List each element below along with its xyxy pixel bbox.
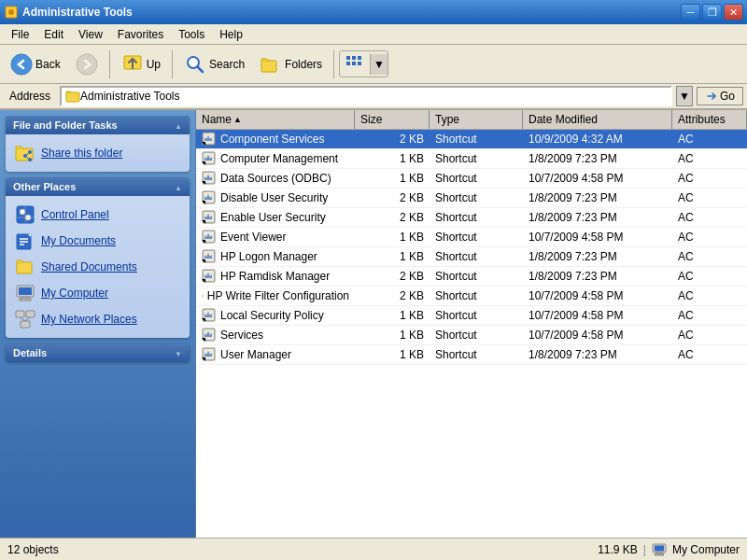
- file-rows-container: Component Services 2 KB Shortcut 10/9/20…: [196, 130, 747, 365]
- file-folder-tasks-header[interactable]: File and Folder Tasks: [6, 116, 190, 134]
- table-row[interactable]: Data Sources (ODBC) 1 KB Shortcut 10/7/2…: [196, 169, 747, 189]
- file-type-cell: Shortcut: [430, 228, 523, 246]
- other-places-header[interactable]: Other Places: [6, 177, 190, 196]
- view-icon: [345, 55, 364, 70]
- table-row[interactable]: Component Services 2 KB Shortcut 10/9/20…: [196, 130, 747, 149]
- file-name-cell: Data Sources (ODBC): [196, 169, 355, 188]
- svg-rect-33: [19, 287, 32, 295]
- svg-point-18: [23, 154, 27, 158]
- shortcut-icon: [202, 151, 217, 166]
- file-name: Services: [220, 329, 263, 342]
- col-type-label: Type: [435, 113, 459, 126]
- table-row[interactable]: HP Logon Manager 1 KB Shortcut 1/8/2009 …: [196, 247, 747, 267]
- menu-help[interactable]: Help: [212, 26, 250, 43]
- minimize-button[interactable]: ─: [681, 4, 700, 21]
- sidebar-item-share-folder[interactable]: Share this folder: [13, 140, 182, 166]
- window-icon: [4, 5, 19, 20]
- computer-icon: [15, 283, 35, 303]
- file-date-cell: 1/8/2009 7:23 PM: [523, 267, 672, 286]
- go-button[interactable]: Go: [697, 87, 743, 105]
- forward-icon: [76, 53, 98, 76]
- file-type-cell: Shortcut: [430, 306, 523, 325]
- file-attr-cell: AC: [672, 247, 747, 266]
- menu-tools[interactable]: Tools: [171, 26, 212, 43]
- table-row[interactable]: Services 1 KB Shortcut 10/7/2009 4:58 PM…: [196, 326, 747, 345]
- svg-rect-10: [352, 56, 356, 60]
- file-list[interactable]: Name ▲ Size Type Date Modified Attribute…: [196, 110, 747, 538]
- forward-button[interactable]: [69, 49, 105, 79]
- shortcut-icon: [202, 308, 217, 323]
- file-name-cell: Local Security Policy: [196, 306, 355, 325]
- col-name-header[interactable]: Name ▲: [196, 110, 355, 129]
- table-row[interactable]: Disable User Security 2 KB Shortcut 1/8/…: [196, 189, 747, 208]
- menu-edit[interactable]: Edit: [36, 26, 71, 43]
- menu-favorites[interactable]: Favorites: [110, 26, 171, 43]
- file-date-cell: 1/8/2009 7:23 PM: [523, 149, 672, 168]
- up-button[interactable]: Up: [115, 49, 167, 79]
- menu-file[interactable]: File: [4, 26, 36, 43]
- file-name-cell: User Manager: [196, 345, 355, 364]
- details-header[interactable]: Details: [6, 343, 190, 362]
- back-button[interactable]: Back: [4, 49, 67, 79]
- restore-button[interactable]: ❐: [702, 4, 722, 21]
- table-row[interactable]: Enable User Security 2 KB Shortcut 1/8/2…: [196, 208, 747, 228]
- col-name-label: Name: [202, 113, 232, 126]
- menu-view[interactable]: View: [71, 26, 110, 43]
- col-attr-header[interactable]: Attributes: [672, 110, 747, 129]
- status-computer-label: My Computer: [672, 543, 740, 556]
- address-dropdown-button[interactable]: ▼: [676, 86, 693, 106]
- search-button[interactable]: Search: [177, 49, 251, 79]
- sidebar-item-my-documents[interactable]: My Documents: [13, 228, 182, 254]
- other-places-body: Control Panel My Documents: [6, 196, 190, 338]
- file-name-cell: Services: [196, 326, 355, 344]
- view-dropdown-button[interactable]: ▼: [370, 54, 388, 75]
- sidebar-item-my-network-places[interactable]: My Network Places: [13, 306, 182, 332]
- share-folder-label: Share this folder: [41, 147, 122, 160]
- svg-line-39: [20, 317, 25, 321]
- table-row[interactable]: HP Ramdisk Manager 2 KB Shortcut 1/8/200…: [196, 267, 747, 287]
- table-row[interactable]: User Manager 1 KB Shortcut 1/8/2009 7:23…: [196, 345, 747, 365]
- address-field[interactable]: Administrative Tools: [60, 86, 672, 106]
- shortcut-icon: [202, 132, 217, 147]
- shortcut-icon: [202, 288, 204, 303]
- sidebar-item-control-panel[interactable]: Control Panel: [13, 202, 182, 228]
- sidebar-section-details: Details: [6, 343, 190, 362]
- svg-point-1: [8, 9, 14, 15]
- col-size-header[interactable]: Size: [355, 110, 430, 129]
- status-separator: |: [643, 543, 646, 556]
- file-type-cell: Shortcut: [430, 208, 523, 227]
- file-type-cell: Shortcut: [430, 189, 523, 207]
- folders-button[interactable]: Folders: [253, 49, 329, 79]
- up-label: Up: [147, 58, 161, 71]
- close-button[interactable]: ✕: [724, 4, 743, 21]
- file-size-cell: 1 KB: [355, 306, 430, 325]
- file-name-cell: Disable User Security: [196, 189, 355, 207]
- file-size-cell: 1 KB: [355, 345, 430, 364]
- file-size-cell: 1 KB: [355, 228, 430, 246]
- svg-rect-9: [346, 56, 350, 60]
- svg-point-19: [28, 158, 32, 161]
- file-type-cell: Shortcut: [430, 267, 523, 286]
- address-label: Address: [4, 88, 56, 105]
- file-size-cell: 2 KB: [355, 267, 430, 286]
- table-row[interactable]: Computer Management 1 KB Shortcut 1/8/20…: [196, 149, 747, 169]
- file-size-cell: 2 KB: [355, 189, 430, 207]
- folders-icon: [260, 53, 282, 76]
- view-button[interactable]: ▼: [339, 50, 388, 77]
- sort-asc-icon: ▲: [233, 115, 242, 124]
- table-row[interactable]: HP Write Filter Configuration 2 KB Short…: [196, 287, 747, 306]
- file-size-cell: 2 KB: [355, 130, 430, 148]
- toolbar: Back Up Search Folders: [0, 45, 747, 84]
- file-attr-cell: AC: [672, 228, 747, 246]
- table-row[interactable]: Event Viewer 1 KB Shortcut 10/7/2009 4:5…: [196, 228, 747, 247]
- svg-rect-31: [17, 262, 32, 273]
- sidebar-item-my-computer[interactable]: My Computer: [13, 280, 182, 306]
- file-name-cell: HP Logon Manager: [196, 247, 355, 266]
- svg-rect-13: [352, 62, 356, 65]
- sidebar-item-shared-documents[interactable]: Shared Documents: [13, 254, 182, 280]
- col-date-header[interactable]: Date Modified: [523, 110, 672, 129]
- view-icon-button[interactable]: [340, 51, 370, 77]
- table-row[interactable]: Local Security Policy 1 KB Shortcut 10/7…: [196, 306, 747, 326]
- file-date-cell: 1/8/2009 7:23 PM: [523, 189, 672, 207]
- col-type-header[interactable]: Type: [430, 110, 523, 129]
